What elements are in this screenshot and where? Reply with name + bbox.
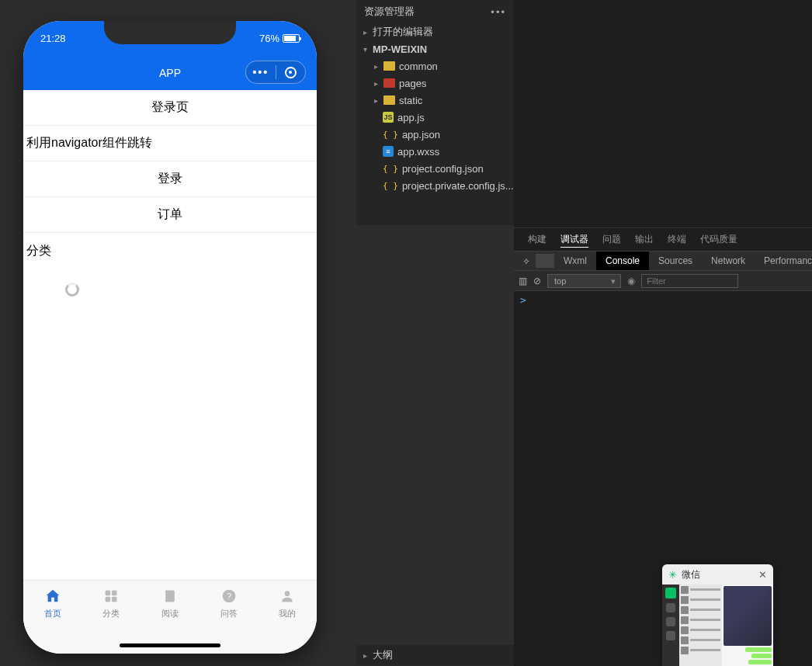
chat-preview <box>724 586 772 646</box>
wechat-nav-icon[interactable] <box>666 631 675 640</box>
console-toolbar: ▥ ⊘ top ◉ <box>514 271 812 291</box>
svg-point-6 <box>285 591 290 596</box>
devtools-tab-console[interactable]: Console <box>596 251 649 270</box>
chevron-right-icon: ▸ <box>372 96 380 105</box>
page-content: 登录页 利用navigator组件跳转 登录 订单 分类 <box>23 90 317 297</box>
tab-label: 问答 <box>220 608 238 619</box>
tab-debugger[interactable]: 调试器 <box>560 233 588 246</box>
tab-bar: 首页 分类 阅读 ? 问答 我的 <box>23 580 317 654</box>
wechat-avatar-icon[interactable] <box>665 588 676 598</box>
chat-bubble <box>745 647 772 652</box>
wechat-sidebar <box>662 584 679 666</box>
capsule-menu-icon[interactable]: ••• <box>246 66 276 78</box>
wechat-title: 微信 <box>682 568 700 581</box>
file-app-json[interactable]: { } app.json <box>356 126 514 143</box>
folder-pages[interactable]: ▸ pages <box>356 75 514 92</box>
tab-label: 阅读 <box>161 608 179 619</box>
list-item[interactable] <box>679 605 722 615</box>
devtools-tab-network[interactable]: Network <box>702 255 755 266</box>
row-login[interactable]: 登录 <box>23 161 317 197</box>
chevron-down-icon: ▾ <box>361 45 369 54</box>
console-body[interactable]: > <box>514 291 812 309</box>
capsule-button[interactable]: ••• <box>245 61 306 84</box>
outline-label: 大纲 <box>373 648 393 662</box>
phone-notch <box>104 21 236 44</box>
svg-text:?: ? <box>227 591 231 601</box>
explorer-more-icon[interactable]: ••• <box>491 6 506 18</box>
devtools-tabs: ⟡ Wxml Console Sources Network Performan… <box>514 251 812 271</box>
file-project-config[interactable]: { } project.config.json <box>356 160 514 177</box>
file-app-wxss[interactable]: ≡ app.wxss <box>356 143 514 160</box>
tab-quality[interactable]: 代码质量 <box>700 233 737 246</box>
wechat-nav-icon[interactable] <box>666 617 675 626</box>
wechat-header: ✳ 微信 ✕ <box>662 564 773 584</box>
file-app-js[interactable]: JS app.js <box>356 109 514 126</box>
list-item[interactable] <box>679 584 722 595</box>
row-category[interactable]: 分类 <box>23 233 317 269</box>
loading-spinner-icon <box>65 283 79 297</box>
project-root[interactable]: ▾ MP-WEIXIN <box>356 40 514 57</box>
console-filter-input[interactable] <box>641 274 738 288</box>
context-selector[interactable]: top <box>547 274 621 288</box>
wechat-conversation-list <box>679 584 722 666</box>
console-prompt: > <box>520 294 526 306</box>
tab-label: 分类 <box>102 608 120 619</box>
tab-label: 首页 <box>44 608 61 619</box>
tab-mine[interactable]: 我的 <box>258 587 317 654</box>
chat-bubble <box>748 660 772 664</box>
chevron-right-icon: ▸ <box>361 651 369 660</box>
devtools-tab-wxml[interactable]: Wxml <box>554 255 596 266</box>
svg-rect-3 <box>112 597 117 602</box>
home-icon <box>43 587 62 605</box>
row-navigator[interactable]: 利用navigator组件跳转 <box>23 126 317 161</box>
wechat-nav-icon[interactable] <box>666 603 675 612</box>
tab-build[interactable]: 构建 <box>528 233 547 246</box>
tab-terminal[interactable]: 终端 <box>668 233 686 246</box>
devtools-tab-sources[interactable]: Sources <box>649 255 702 266</box>
wechat-popup[interactable]: ✳ 微信 ✕ <box>662 564 773 666</box>
row-order[interactable]: 订单 <box>23 197 317 233</box>
tree-label: project.config.json <box>402 163 484 175</box>
list-item[interactable] <box>679 615 722 625</box>
svg-rect-1 <box>112 591 117 596</box>
live-expression-icon[interactable]: ◉ <box>627 276 635 286</box>
status-time: 21:28 <box>40 33 66 44</box>
json-file-icon: { } <box>383 130 398 140</box>
home-indicator <box>120 643 220 647</box>
question-icon: ? <box>220 587 238 605</box>
capsule-close-icon[interactable] <box>276 67 305 78</box>
folder-static[interactable]: ▸ static <box>356 92 514 109</box>
devtools-tab-performance[interactable]: Performance <box>755 255 812 266</box>
section-label: 打开的编辑器 <box>373 25 433 39</box>
wechat-logo-icon: ✳ <box>668 569 677 581</box>
row-login-page[interactable]: 登录页 <box>23 90 317 126</box>
tab-label: 我的 <box>279 608 296 619</box>
tree-label: common <box>399 61 438 72</box>
console-clear-icon[interactable]: ⊘ <box>533 276 541 286</box>
list-item[interactable] <box>679 635 722 645</box>
close-icon[interactable]: ✕ <box>758 569 767 581</box>
explorer-panel: 资源管理器 ••• ▸ 打开的编辑器 ▾ MP-WEIXIN ▸ common … <box>356 0 514 225</box>
folder-common[interactable]: ▸ common <box>356 57 514 75</box>
chevron-right-icon: ▸ <box>361 28 369 36</box>
tree-label: app.wxss <box>397 146 439 158</box>
list-item[interactable] <box>679 625 722 635</box>
tab-home[interactable]: 首页 <box>23 587 82 654</box>
folder-icon <box>383 78 395 88</box>
console-sidebar-toggle-icon[interactable]: ▥ <box>519 276 527 286</box>
outline-section[interactable]: ▸ 大纲 <box>356 645 514 665</box>
svg-rect-0 <box>106 591 111 596</box>
tab-problems[interactable]: 问题 <box>602 233 621 246</box>
list-item[interactable] <box>679 645 722 655</box>
tab-output[interactable]: 输出 <box>635 233 654 246</box>
json-file-icon: { } <box>383 181 398 191</box>
chevron-right-icon: ▸ <box>372 62 380 71</box>
folder-icon <box>383 95 395 105</box>
element-picker-icon[interactable]: ⟡ <box>514 255 536 266</box>
section-open-editors[interactable]: ▸ 打开的编辑器 <box>356 23 514 40</box>
list-item[interactable] <box>679 595 722 605</box>
file-project-private-config[interactable]: { } project.private.config.js... <box>356 177 514 194</box>
js-file-icon: JS <box>383 112 394 123</box>
grid-icon <box>102 587 120 605</box>
book-icon <box>161 587 179 605</box>
